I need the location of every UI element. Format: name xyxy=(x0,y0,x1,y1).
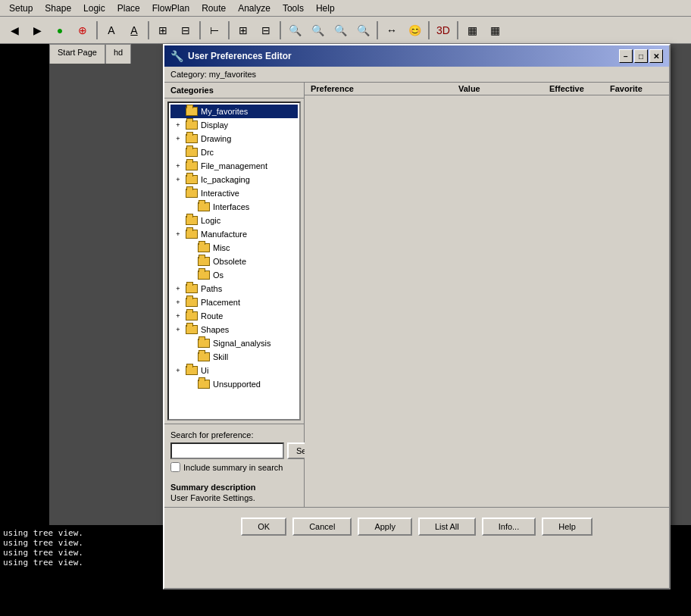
menu-help[interactable]: Help xyxy=(310,2,341,15)
tree-item-interactive[interactable]: Interactive xyxy=(170,186,298,200)
tree-item-paths[interactable]: + Paths xyxy=(170,282,298,295)
tab-hd[interactable]: hd xyxy=(105,44,131,64)
tree-expand-interfaces xyxy=(184,201,196,213)
toolbar-grid2-btn[interactable]: ⊟ xyxy=(175,20,196,41)
tree-expand-file-management: + xyxy=(172,160,184,172)
toolbar-sep-5 xyxy=(280,21,281,39)
toolbar-sep-2 xyxy=(148,21,149,39)
toolbar-grid-btn[interactable]: ⊞ xyxy=(152,20,174,41)
info-button[interactable]: Info... xyxy=(482,518,536,536)
tree-label-file-management: File_management xyxy=(201,161,267,170)
toolbar-forward-btn[interactable]: ▶ xyxy=(27,20,48,41)
left-panel xyxy=(0,44,49,567)
toolbar-text-btn[interactable]: A xyxy=(101,20,122,41)
dialog-maximize-btn[interactable]: □ xyxy=(634,49,648,63)
toolbar-back-btn[interactable]: ◀ xyxy=(4,20,25,41)
column-headers: Preference Value Effective Favorite xyxy=(305,83,669,95)
folder-icon-unsupported xyxy=(198,380,210,389)
folder-icon-file-management xyxy=(186,161,198,170)
help-button[interactable]: Help xyxy=(542,518,593,536)
dialog-left-panel: Categories My_favorites + Display + xyxy=(164,83,305,507)
cancel-button[interactable]: Cancel xyxy=(292,518,352,536)
toolbar-refresh-btn[interactable]: ● xyxy=(49,20,70,41)
toolbar-layers-btn[interactable]: ▦ xyxy=(461,20,483,41)
toolbar-measure-btn[interactable]: ⊢ xyxy=(204,20,225,41)
tree-item-route[interactable]: + Route xyxy=(170,309,298,323)
tab-start-page[interactable]: Start Page xyxy=(49,44,105,64)
toolbar-mag2-btn[interactable]: 🔍 xyxy=(307,20,328,41)
tree-item-shapes[interactable]: + Shapes xyxy=(170,323,298,336)
tree-item-drawing[interactable]: + Drawing xyxy=(170,132,298,145)
include-summary-row: Include summary in search xyxy=(170,462,298,472)
folder-icon-ic-packaging xyxy=(186,175,198,184)
folder-icon-my-favorites xyxy=(186,107,198,116)
menu-logic[interactable]: Logic xyxy=(77,2,111,15)
menu-setup[interactable]: Setup xyxy=(3,2,39,15)
toolbar-mag-btn[interactable]: 🔍 xyxy=(284,20,305,41)
toolbar-zoom-btn[interactable]: ⊞ xyxy=(233,20,254,41)
tree-item-ic-packaging[interactable]: + Ic_packaging xyxy=(170,173,298,186)
summary-area: Summary description User Favorite Settin… xyxy=(164,478,304,507)
tree-item-os[interactable]: Os xyxy=(183,268,298,282)
dialog-minimize-btn[interactable]: − xyxy=(619,49,633,63)
search-row: Search xyxy=(170,442,298,459)
toolbar-target-btn[interactable]: ⊕ xyxy=(72,20,93,41)
toolbar-pan-btn[interactable]: ↔ xyxy=(381,20,402,41)
tree-item-interfaces[interactable]: Interfaces xyxy=(183,200,298,214)
tree-label-interactive: Interactive xyxy=(201,189,239,198)
search-input[interactable] xyxy=(170,442,284,459)
tree-item-unsupported[interactable]: Unsupported xyxy=(183,377,298,391)
tree-item-display[interactable]: + Display xyxy=(170,118,298,132)
tree-label-misc: Misc xyxy=(213,243,230,252)
tree-item-manufacture[interactable]: + Manufacture xyxy=(170,227,298,241)
col-header-favorite: Favorite xyxy=(610,84,663,93)
menu-analyze[interactable]: Analyze xyxy=(232,2,277,15)
category-label: Category: xyxy=(170,70,207,79)
tree-view[interactable]: My_favorites + Display + Drawing xyxy=(167,102,301,421)
summary-title: Summary description xyxy=(170,483,298,492)
toolbar-zoom2-btn[interactable]: ⊟ xyxy=(255,20,277,41)
tree-item-logic[interactable]: Logic xyxy=(170,214,298,227)
tree-item-misc[interactable]: Misc xyxy=(183,241,298,255)
tree-item-skill[interactable]: Skill xyxy=(183,350,298,364)
ok-button[interactable]: OK xyxy=(241,518,286,536)
list-all-button[interactable]: List All xyxy=(418,518,476,536)
folder-icon-logic xyxy=(186,216,198,225)
folder-icon-shapes xyxy=(186,325,198,334)
tree-item-obsolete[interactable]: Obsolete xyxy=(183,255,298,268)
apply-button[interactable]: Apply xyxy=(358,518,412,536)
menu-place[interactable]: Place xyxy=(111,2,146,15)
tree-label-ui: Ui xyxy=(201,366,208,375)
menu-shape[interactable]: Shape xyxy=(39,2,77,15)
toolbar-smile-btn[interactable]: 😊 xyxy=(404,20,425,41)
tree-item-drc[interactable]: Drc xyxy=(170,145,298,159)
tree-expand-os xyxy=(184,269,196,281)
tree-expand-paths: + xyxy=(172,283,184,295)
tree-item-file-management[interactable]: + File_management xyxy=(170,159,298,173)
menu-tools[interactable]: Tools xyxy=(277,2,310,15)
menu-flowplan[interactable]: FlowPlan xyxy=(146,2,195,15)
tree-label-paths: Paths xyxy=(201,284,222,293)
folder-icon-drawing xyxy=(186,134,198,143)
tree-item-placement[interactable]: + Placement xyxy=(170,295,298,309)
tree-item-ui[interactable]: + Ui xyxy=(170,364,298,377)
tree-item-signal-analysis[interactable]: Signal_analysis xyxy=(183,336,298,350)
toolbar-layers2-btn[interactable]: ▦ xyxy=(484,20,505,41)
tree-label-my-favorites: My_favorites xyxy=(201,107,248,116)
toolbar-mag4-btn[interactable]: 🔍 xyxy=(352,20,374,41)
tree-expand-drawing: + xyxy=(172,133,184,145)
toolbar-3d-btn[interactable]: 3D xyxy=(433,20,454,41)
tree-label-interfaces: Interfaces xyxy=(213,202,249,211)
tree-label-ic-packaging: Ic_packaging xyxy=(201,175,250,184)
toolbar-sep-8 xyxy=(457,21,458,39)
menu-route[interactable]: Route xyxy=(195,2,232,15)
tree-item-my-favorites[interactable]: My_favorites xyxy=(170,105,298,118)
include-summary-checkbox[interactable] xyxy=(170,462,180,472)
tree-expand-ic-packaging: + xyxy=(172,174,184,186)
tree-expand-ui: + xyxy=(172,364,184,377)
folder-icon-display xyxy=(186,120,198,130)
dialog-close-btn[interactable]: ✕ xyxy=(649,49,663,63)
toolbar-mag3-btn[interactable]: 🔍 xyxy=(330,20,351,41)
toolbar-text2-btn[interactable]: A xyxy=(124,20,145,41)
folder-icon-interactive xyxy=(186,189,198,198)
